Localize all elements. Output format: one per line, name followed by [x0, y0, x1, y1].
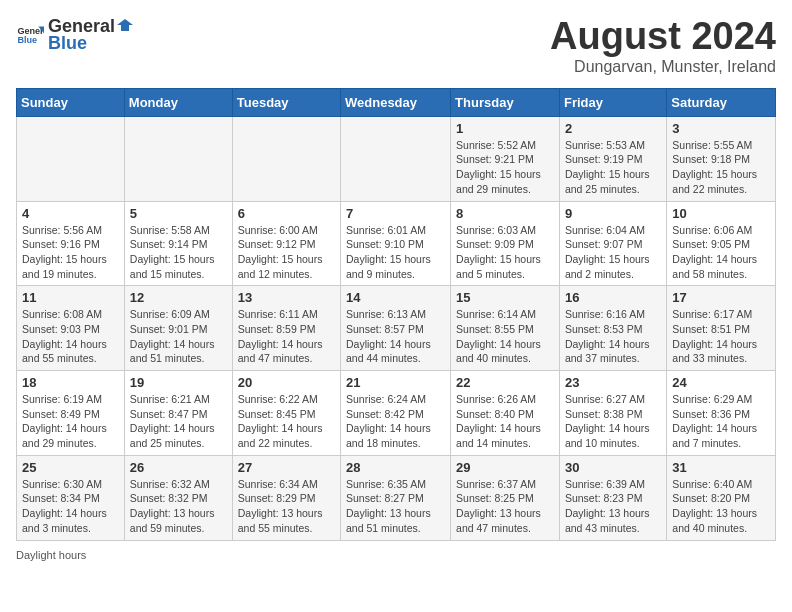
- calendar-cell: 15 Sunrise: 6:14 AMSunset: 8:55 PMDaylig…: [451, 286, 560, 371]
- day-number: 18: [22, 375, 119, 390]
- day-info: Sunrise: 6:30 AMSunset: 8:34 PMDaylight:…: [22, 477, 119, 536]
- day-number: 22: [456, 375, 554, 390]
- day-number: 28: [346, 460, 445, 475]
- calendar-cell: [232, 116, 340, 201]
- day-info: Sunrise: 6:17 AMSunset: 8:51 PMDaylight:…: [672, 307, 770, 366]
- day-info: Sunrise: 6:32 AMSunset: 8:32 PMDaylight:…: [130, 477, 227, 536]
- calendar-cell: 13 Sunrise: 6:11 AMSunset: 8:59 PMDaylig…: [232, 286, 340, 371]
- calendar-cell: 25 Sunrise: 6:30 AMSunset: 8:34 PMDaylig…: [17, 455, 125, 540]
- day-number: 24: [672, 375, 770, 390]
- day-number: 12: [130, 290, 227, 305]
- day-info: Sunrise: 5:58 AMSunset: 9:14 PMDaylight:…: [130, 223, 227, 282]
- calendar-cell: 31 Sunrise: 6:40 AMSunset: 8:20 PMDaylig…: [667, 455, 776, 540]
- calendar-cell: 10 Sunrise: 6:06 AMSunset: 9:05 PMDaylig…: [667, 201, 776, 286]
- day-number: 5: [130, 206, 227, 221]
- calendar-cell: 21 Sunrise: 6:24 AMSunset: 8:42 PMDaylig…: [341, 371, 451, 456]
- calendar-cell: 14 Sunrise: 6:13 AMSunset: 8:57 PMDaylig…: [341, 286, 451, 371]
- day-number: 25: [22, 460, 119, 475]
- calendar-cell: 30 Sunrise: 6:39 AMSunset: 8:23 PMDaylig…: [559, 455, 666, 540]
- day-info: Sunrise: 6:22 AMSunset: 8:45 PMDaylight:…: [238, 392, 335, 451]
- day-info: Sunrise: 6:29 AMSunset: 8:36 PMDaylight:…: [672, 392, 770, 451]
- calendar-cell: 5 Sunrise: 5:58 AMSunset: 9:14 PMDayligh…: [124, 201, 232, 286]
- day-info: Sunrise: 6:08 AMSunset: 9:03 PMDaylight:…: [22, 307, 119, 366]
- calendar-cell: [124, 116, 232, 201]
- calendar-week-row: 18 Sunrise: 6:19 AMSunset: 8:49 PMDaylig…: [17, 371, 776, 456]
- day-number: 19: [130, 375, 227, 390]
- day-info: Sunrise: 6:35 AMSunset: 8:27 PMDaylight:…: [346, 477, 445, 536]
- calendar-week-row: 25 Sunrise: 6:30 AMSunset: 8:34 PMDaylig…: [17, 455, 776, 540]
- day-number: 7: [346, 206, 445, 221]
- day-number: 20: [238, 375, 335, 390]
- calendar-cell: 3 Sunrise: 5:55 AMSunset: 9:18 PMDayligh…: [667, 116, 776, 201]
- logo-bird-icon: [115, 17, 135, 37]
- calendar-cell: 23 Sunrise: 6:27 AMSunset: 8:38 PMDaylig…: [559, 371, 666, 456]
- calendar-day-header: Saturday: [667, 88, 776, 116]
- location-subtitle: Dungarvan, Munster, Ireland: [550, 58, 776, 76]
- page-header: General Blue General Blue August 2024 Du…: [16, 16, 776, 76]
- day-info: Sunrise: 6:14 AMSunset: 8:55 PMDaylight:…: [456, 307, 554, 366]
- day-number: 16: [565, 290, 661, 305]
- calendar-cell: 22 Sunrise: 6:26 AMSunset: 8:40 PMDaylig…: [451, 371, 560, 456]
- day-number: 13: [238, 290, 335, 305]
- day-info: Sunrise: 6:09 AMSunset: 9:01 PMDaylight:…: [130, 307, 227, 366]
- calendar-cell: 29 Sunrise: 6:37 AMSunset: 8:25 PMDaylig…: [451, 455, 560, 540]
- day-number: 21: [346, 375, 445, 390]
- calendar-day-header: Wednesday: [341, 88, 451, 116]
- calendar-cell: 2 Sunrise: 5:53 AMSunset: 9:19 PMDayligh…: [559, 116, 666, 201]
- day-info: Sunrise: 6:19 AMSunset: 8:49 PMDaylight:…: [22, 392, 119, 451]
- calendar-day-header: Monday: [124, 88, 232, 116]
- day-info: Sunrise: 5:56 AMSunset: 9:16 PMDaylight:…: [22, 223, 119, 282]
- calendar-cell: 17 Sunrise: 6:17 AMSunset: 8:51 PMDaylig…: [667, 286, 776, 371]
- title-block: August 2024 Dungarvan, Munster, Ireland: [550, 16, 776, 76]
- day-info: Sunrise: 6:40 AMSunset: 8:20 PMDaylight:…: [672, 477, 770, 536]
- day-number: 2: [565, 121, 661, 136]
- calendar-cell: 9 Sunrise: 6:04 AMSunset: 9:07 PMDayligh…: [559, 201, 666, 286]
- day-number: 14: [346, 290, 445, 305]
- day-number: 11: [22, 290, 119, 305]
- day-number: 27: [238, 460, 335, 475]
- calendar-cell: 18 Sunrise: 6:19 AMSunset: 8:49 PMDaylig…: [17, 371, 125, 456]
- day-info: Sunrise: 5:55 AMSunset: 9:18 PMDaylight:…: [672, 138, 770, 197]
- day-info: Sunrise: 6:24 AMSunset: 8:42 PMDaylight:…: [346, 392, 445, 451]
- day-info: Sunrise: 6:04 AMSunset: 9:07 PMDaylight:…: [565, 223, 661, 282]
- day-number: 29: [456, 460, 554, 475]
- calendar-cell: 28 Sunrise: 6:35 AMSunset: 8:27 PMDaylig…: [341, 455, 451, 540]
- calendar-cell: 19 Sunrise: 6:21 AMSunset: 8:47 PMDaylig…: [124, 371, 232, 456]
- calendar-cell: [17, 116, 125, 201]
- calendar-week-row: 1 Sunrise: 5:52 AMSunset: 9:21 PMDayligh…: [17, 116, 776, 201]
- calendar-cell: [341, 116, 451, 201]
- calendar-cell: 4 Sunrise: 5:56 AMSunset: 9:16 PMDayligh…: [17, 201, 125, 286]
- calendar-day-header: Sunday: [17, 88, 125, 116]
- day-number: 15: [456, 290, 554, 305]
- calendar-cell: 24 Sunrise: 6:29 AMSunset: 8:36 PMDaylig…: [667, 371, 776, 456]
- calendar-cell: 26 Sunrise: 6:32 AMSunset: 8:32 PMDaylig…: [124, 455, 232, 540]
- day-info: Sunrise: 6:11 AMSunset: 8:59 PMDaylight:…: [238, 307, 335, 366]
- day-number: 4: [22, 206, 119, 221]
- day-info: Sunrise: 6:13 AMSunset: 8:57 PMDaylight:…: [346, 307, 445, 366]
- day-number: 6: [238, 206, 335, 221]
- calendar-week-row: 4 Sunrise: 5:56 AMSunset: 9:16 PMDayligh…: [17, 201, 776, 286]
- day-number: 8: [456, 206, 554, 221]
- calendar-cell: 20 Sunrise: 6:22 AMSunset: 8:45 PMDaylig…: [232, 371, 340, 456]
- day-number: 26: [130, 460, 227, 475]
- day-number: 31: [672, 460, 770, 475]
- calendar-day-header: Friday: [559, 88, 666, 116]
- day-number: 1: [456, 121, 554, 136]
- day-number: 17: [672, 290, 770, 305]
- daylight-hours-label: Daylight hours: [16, 549, 86, 561]
- calendar-cell: 27 Sunrise: 6:34 AMSunset: 8:29 PMDaylig…: [232, 455, 340, 540]
- calendar-cell: 16 Sunrise: 6:16 AMSunset: 8:53 PMDaylig…: [559, 286, 666, 371]
- day-info: Sunrise: 6:34 AMSunset: 8:29 PMDaylight:…: [238, 477, 335, 536]
- day-number: 30: [565, 460, 661, 475]
- calendar-table: SundayMondayTuesdayWednesdayThursdayFrid…: [16, 88, 776, 541]
- calendar-cell: 8 Sunrise: 6:03 AMSunset: 9:09 PMDayligh…: [451, 201, 560, 286]
- calendar-cell: 12 Sunrise: 6:09 AMSunset: 9:01 PMDaylig…: [124, 286, 232, 371]
- day-number: 10: [672, 206, 770, 221]
- calendar-header-row: SundayMondayTuesdayWednesdayThursdayFrid…: [17, 88, 776, 116]
- svg-text:Blue: Blue: [17, 35, 37, 45]
- calendar-cell: 7 Sunrise: 6:01 AMSunset: 9:10 PMDayligh…: [341, 201, 451, 286]
- day-info: Sunrise: 5:53 AMSunset: 9:19 PMDaylight:…: [565, 138, 661, 197]
- logo-icon: General Blue: [16, 21, 44, 49]
- day-info: Sunrise: 5:52 AMSunset: 9:21 PMDaylight:…: [456, 138, 554, 197]
- svg-marker-3: [117, 19, 133, 31]
